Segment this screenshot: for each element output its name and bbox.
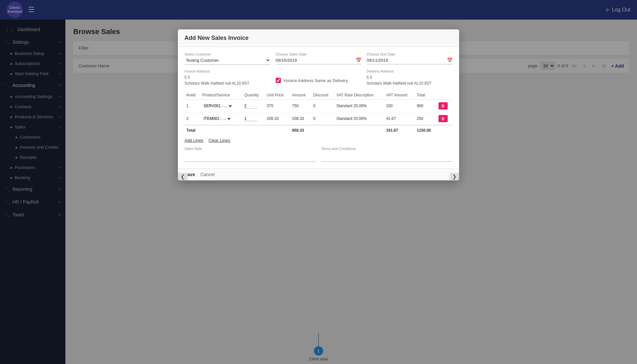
cell-discount: 0 [311, 100, 335, 112]
invoice-address-group: Invoice Address 5 5 Scholars Walk Hatfie… [184, 69, 270, 86]
total-empty-6 [437, 125, 453, 135]
sales-note-textarea[interactable] [184, 152, 316, 162]
total-row: Total 958.33 191.67 1150.00 [184, 125, 453, 135]
cell-vat-amount: 150 [384, 100, 415, 112]
cell-quantity [242, 100, 265, 112]
product-select-2[interactable]: ITEM001 - ... [202, 116, 232, 121]
cell-delete: 🗑 [437, 112, 453, 125]
total-empty-5 [335, 125, 384, 135]
cancel-button[interactable]: Cancel [200, 172, 215, 177]
cell-amount: 208.33 [290, 112, 311, 125]
product-select-1[interactable]: SERV001 - ... [202, 103, 233, 108]
modal-scroll-left-button[interactable]: ❮ [178, 173, 187, 180]
total-empty-3 [265, 125, 290, 135]
delivery-address-text: 5 5 Scholars Walk Hatfield null AL10 8ST [367, 74, 453, 86]
modal-footer: Save Cancel [178, 168, 459, 180]
due-date-calendar-icon[interactable]: 📅 [447, 58, 453, 63]
modal-body: Select Customer Testing Customer Choose … [178, 47, 459, 168]
col-discount: Discount [311, 91, 335, 100]
cell-total: 250 [415, 112, 437, 125]
notes-row: Sales Note Terms and Conditions [184, 147, 453, 163]
lines-actions-row: Add Lines Clear Lines [184, 138, 453, 143]
total-empty-2 [242, 125, 265, 135]
clear-lines-link[interactable]: Clear Lines [209, 138, 230, 143]
invoice-lines-table: lineid Product/Service Quantity Unit Pri… [184, 91, 453, 135]
due-date-label: Choose Due Date [367, 52, 453, 56]
select-customer-select[interactable]: Testing Customer [184, 58, 270, 63]
delete-row-1-button[interactable]: 🗑 [439, 102, 448, 109]
add-sales-invoice-modal: Add New Sales Invoice Select Customer Te… [178, 29, 459, 180]
same-as-delivery-row: Invoice Address Same as Delivery [276, 71, 362, 83]
due-date-input[interactable]: 09/11/2019 [367, 58, 447, 63]
col-action [437, 91, 453, 100]
invoice-address-text: 5 5 Scholars Walk Hatfield null AL10 8ST [184, 74, 270, 86]
sales-note-group: Sales Note [184, 147, 316, 163]
col-quantity: Quantity [242, 91, 265, 100]
cell-total: 900 [415, 100, 437, 112]
cell-lineid: 1 [184, 100, 200, 112]
terms-conditions-group: Terms and Conditions [321, 147, 453, 163]
col-amount: Amount [290, 91, 311, 100]
col-lineid: lineid [184, 91, 200, 100]
total-empty-4 [311, 125, 335, 135]
cell-vat-rate: Standard 20.00% [335, 112, 384, 125]
due-date-group: Choose Due Date 09/11/2019 📅 [367, 52, 453, 65]
quantity-input-2[interactable] [244, 116, 257, 121]
delivery-address-group: Delivery Address 5 5 Scholars Walk Hatfi… [367, 69, 453, 86]
terms-conditions-textarea[interactable] [321, 152, 453, 162]
cell-unit-price: 208.33 [265, 112, 290, 125]
total-vat-amount: 191.67 [384, 125, 415, 135]
modal-header: Add New Sales Invoice [178, 29, 459, 47]
cell-quantity [242, 112, 265, 125]
total-empty-1 [200, 125, 242, 135]
modal-overlay: Add New Sales Invoice Select Customer Te… [0, 0, 637, 364]
modal-scroll-right-button[interactable]: ❯ [450, 173, 459, 180]
col-vat-rate: VAT Rate Description [335, 91, 384, 100]
sales-date-group: Choose Sales Date 09/10/2019 📅 [276, 52, 362, 65]
cell-unit-price: 375 [265, 100, 290, 112]
sales-date-input[interactable]: 09/10/2019 [276, 58, 356, 63]
invoice-address-label: Invoice Address [184, 69, 270, 73]
cell-amount: 750 [290, 100, 311, 112]
table-row: 2 ITEM001 - ... 208.33 208.33 0 Standar [184, 112, 453, 125]
cell-delete: 🗑 [437, 100, 453, 112]
sales-date-calendar-icon[interactable]: 📅 [356, 58, 361, 63]
col-total: Total [415, 91, 437, 100]
cell-lineid: 2 [184, 112, 200, 125]
same-as-delivery-checkbox[interactable] [276, 78, 281, 83]
total-label: Total [184, 125, 200, 135]
form-row-2: Invoice Address 5 5 Scholars Walk Hatfie… [184, 69, 453, 86]
col-vat-amount: VAT Amount [384, 91, 415, 100]
cell-discount: 0 [311, 112, 335, 125]
cell-vat-amount: 41.67 [384, 112, 415, 125]
form-row-1: Select Customer Testing Customer Choose … [184, 52, 453, 65]
select-customer-group: Select Customer Testing Customer [184, 52, 270, 65]
total-amount: 958.33 [290, 125, 311, 135]
same-as-delivery-label: Invoice Address Same as Delivery [284, 78, 348, 83]
delete-row-2-button[interactable]: 🗑 [439, 115, 448, 122]
col-product: Product/Service [200, 91, 242, 100]
table-row: 1 SERV001 - ... 375 750 0 Standard 20.0 [184, 100, 453, 112]
cell-vat-rate: Standard 20.00% [335, 100, 384, 112]
select-customer-label: Select Customer [184, 52, 270, 56]
total-total: 1150.00 [415, 125, 437, 135]
cell-product: SERV001 - ... [200, 100, 242, 112]
add-lines-link[interactable]: Add Lines [184, 138, 203, 143]
delivery-address-label: Delivery Address [367, 69, 453, 73]
sales-date-label: Choose Sales Date [276, 52, 362, 56]
col-unit-price: Unit Price [265, 91, 290, 100]
sales-note-label: Sales Note [184, 147, 316, 151]
cell-product: ITEM001 - ... [200, 112, 242, 125]
terms-conditions-label: Terms and Conditions [321, 147, 453, 151]
quantity-input-1[interactable] [244, 104, 257, 108]
